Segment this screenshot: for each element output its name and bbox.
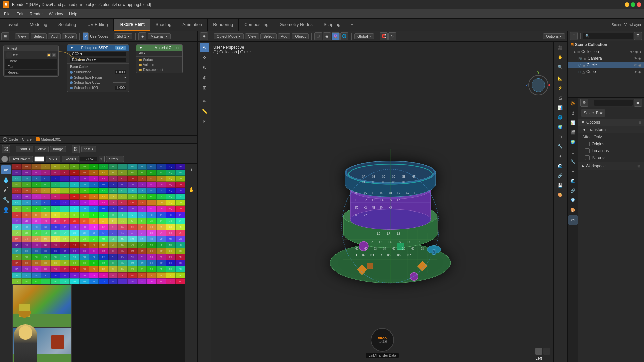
- physics-props-icon[interactable]: 🌊: [568, 176, 578, 186]
- circle-render-btn[interactable]: ◉: [638, 63, 641, 67]
- constraints-props-icon[interactable]: 🔗: [568, 186, 578, 195]
- window-controls[interactable]: [625, 2, 641, 7]
- tab-sculpting[interactable]: Sculpting: [53, 19, 82, 31]
- uv-zoom-in[interactable]: +: [187, 165, 196, 174]
- render-props-icon[interactable]: 🔆: [568, 99, 578, 108]
- obj-props-icon[interactable]: ◻: [568, 147, 578, 157]
- locations-checkbox[interactable]: [585, 148, 590, 153]
- paint-view-menu[interactable]: View: [35, 146, 49, 152]
- mat-btn[interactable]: 🎨: [556, 190, 565, 200]
- particles-props-icon[interactable]: ✦: [568, 167, 578, 176]
- tab-uv-editing[interactable]: UV Editing: [82, 19, 113, 31]
- minimize-button[interactable]: [625, 2, 629, 7]
- scene-props-icon[interactable]: 🎬: [568, 128, 578, 137]
- test-node-collapse[interactable]: ▼: [6, 46, 10, 50]
- transform-space[interactable]: Global: [354, 33, 374, 39]
- modifier-props-icon[interactable]: 🔧: [568, 157, 578, 166]
- world-btn[interactable]: 🌍: [556, 122, 565, 132]
- mat-output-collapse[interactable]: ▼: [139, 46, 143, 50]
- output-btn[interactable]: 🖨: [556, 93, 565, 103]
- paint-editor-icon[interactable]: 🖼: [2, 145, 10, 153]
- obj-btn[interactable]: ◻: [556, 132, 565, 141]
- draw-tool[interactable]: ✏: [1, 165, 11, 174]
- view-layer-btn[interactable]: 📊: [556, 103, 565, 112]
- data-props-icon[interactable]: 💎: [568, 196, 578, 205]
- clone-tool[interactable]: 🔧: [1, 195, 11, 204]
- shader-preview-icon[interactable]: ◈: [138, 32, 146, 40]
- radius-value[interactable]: 50 px: [80, 157, 97, 161]
- circle-eye-btn[interactable]: 👁: [634, 63, 637, 67]
- scene-settings-btn[interactable]: 🌐: [556, 113, 565, 122]
- menu-render[interactable]: Render: [27, 11, 45, 17]
- workspace-section-header[interactable]: ▸ Workspace ⊞: [578, 162, 644, 170]
- solid-btn[interactable]: ◉: [323, 32, 331, 40]
- tab-texture-paint[interactable]: Texture Paint: [114, 19, 150, 31]
- output-props-icon[interactable]: 🖨: [568, 108, 578, 118]
- bsdf-dist-select[interactable]: GGX ▾: [70, 52, 126, 56]
- tab-layout[interactable]: Layout: [0, 19, 24, 31]
- tab-rendering[interactable]: Rendering: [208, 19, 239, 31]
- tab-animation[interactable]: Animation: [177, 19, 208, 31]
- zoom-btn[interactable]: 🔍: [556, 62, 565, 72]
- wireframe-btn[interactable]: ⊡: [314, 32, 322, 40]
- paint-img-icon[interactable]: 🖼: [72, 145, 80, 153]
- node-view-menu[interactable]: View: [15, 33, 29, 39]
- outliner-search[interactable]: 🔍: [583, 33, 633, 39]
- brush-color-swatch[interactable]: [34, 156, 44, 162]
- 3d-viewport[interactable]: User Perspective (1) Collection | Circle…: [198, 42, 567, 362]
- hide-btn[interactable]: ◉: [635, 50, 638, 54]
- fill-tool[interactable]: 👤: [1, 205, 11, 215]
- tab-compositing[interactable]: Compositing: [239, 19, 274, 31]
- breadcrumb-circle1[interactable]: Circle: [9, 137, 18, 141]
- annotate-tool[interactable]: ✏: [200, 97, 209, 106]
- soften-tool[interactable]: 💧: [1, 175, 11, 184]
- render-btn[interactable]: ⚡: [556, 83, 565, 93]
- mat-props-icon[interactable]: 🎨: [568, 205, 578, 215]
- outliner-icon[interactable]: ⊞: [570, 32, 578, 40]
- blend-mode[interactable]: Mix: [46, 156, 60, 162]
- breadcrumb-material[interactable]: Material.001: [41, 137, 61, 141]
- tab-shading[interactable]: Shading: [150, 19, 177, 31]
- cam-eye-btn[interactable]: 👁: [634, 57, 637, 60]
- bsdf-collapse[interactable]: ▼: [70, 46, 74, 50]
- use-nodes-checkbox[interactable]: ✔: [83, 32, 89, 40]
- smear-tool[interactable]: 🖌: [1, 185, 11, 194]
- eye-btn[interactable]: 👁: [630, 50, 634, 54]
- physics-btn[interactable]: 🌊: [556, 161, 565, 171]
- uv-hand[interactable]: ✋: [187, 185, 196, 194]
- vp-select-menu[interactable]: Select: [260, 33, 277, 39]
- radius-picker[interactable]: ✏: [99, 156, 105, 162]
- rotate-tool[interactable]: ↻: [200, 63, 209, 72]
- scene-btn[interactable]: 📐: [556, 74, 565, 83]
- grab-btn[interactable]: ✋: [556, 53, 565, 62]
- outliner-filter[interactable]: ☰: [634, 32, 642, 40]
- tab-scripting[interactable]: Scripting: [318, 19, 346, 31]
- proportional-btn[interactable]: ⊙: [388, 32, 396, 40]
- measure-tool[interactable]: 📏: [200, 107, 209, 116]
- material-btn[interactable]: 🔮: [332, 32, 340, 40]
- collection-item[interactable]: ▸ ⊞ Collection 👁 ◉ ●: [568, 48, 644, 55]
- node-add-menu[interactable]: Add: [48, 33, 61, 39]
- node-node-menu[interactable]: Node: [62, 33, 77, 39]
- maximize-button[interactable]: [631, 2, 635, 7]
- slot-dropdown[interactable]: Slot 1: [114, 33, 132, 39]
- origins-checkbox[interactable]: [585, 142, 590, 146]
- cam-render-btn[interactable]: ◉: [638, 57, 641, 60]
- rendered-btn[interactable]: 🌐: [340, 32, 348, 40]
- options-btn[interactable]: Options: [543, 33, 565, 39]
- modifier-btn[interactable]: 🔧: [556, 142, 565, 151]
- constraints-btn[interactable]: 🔗: [556, 171, 565, 180]
- cube-outliner-item[interactable]: ◻ △ Cube 👁 ◉: [568, 68, 644, 75]
- options-section-header[interactable]: ▼ Options ⊞: [578, 119, 644, 126]
- brush-select[interactable]: TexDraw: [9, 156, 33, 162]
- scale-tool[interactable]: ⊕: [200, 73, 209, 82]
- active-tool-props-icon[interactable]: ✂: [568, 215, 578, 225]
- add-cube-tool[interactable]: ⊡: [200, 117, 209, 126]
- breadcrumb-circle2[interactable]: Circle: [22, 137, 32, 141]
- test-node-btn1[interactable]: 📂: [47, 53, 51, 57]
- object-mode-dropdown[interactable]: Object Mode: [214, 33, 244, 39]
- material-output-node[interactable]: ▼ Material Output All ▾ Surface Volume: [136, 44, 183, 73]
- data-btn[interactable]: 💾: [556, 181, 565, 190]
- world-props-icon[interactable]: 🌍: [568, 137, 578, 147]
- options-menu-btn[interactable]: ⊞: [639, 121, 641, 124]
